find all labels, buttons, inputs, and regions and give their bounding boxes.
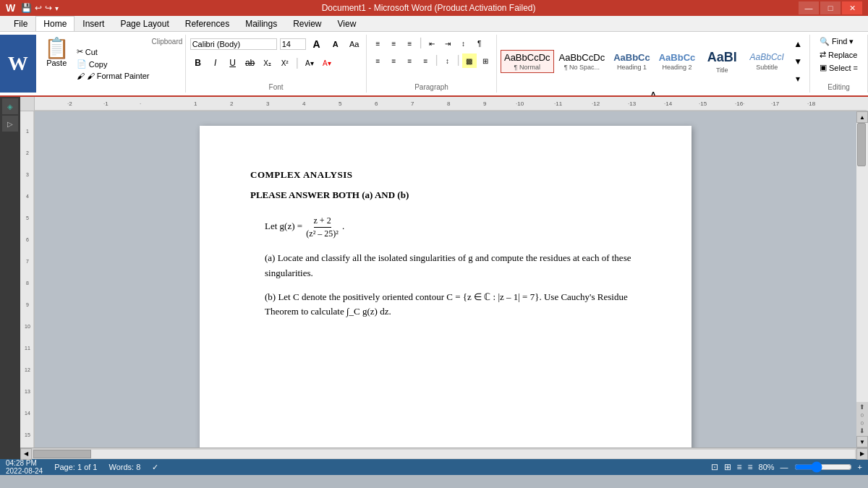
separator-3: | (435, 53, 438, 68)
word-logo-letter: W (8, 52, 28, 75)
word-logo: W (0, 35, 36, 93)
view-outline-button[interactable]: ≡ (748, 462, 753, 472)
hscroll-left-arrow[interactable]: ◀ (20, 448, 32, 460)
status-bar: 04:28 PM 2022-08-24 Page: 1 of 1 Words: … (0, 459, 868, 475)
change-styles-button[interactable]: A Change Styles ▾ (635, 87, 671, 97)
highlight-button[interactable]: A▾ (302, 55, 318, 71)
maximize-button[interactable]: □ (820, 1, 841, 14)
style-no-spacing[interactable]: AaBbCcDc ¶ No Spac... (556, 50, 609, 74)
justify-button[interactable]: ≡ (418, 53, 433, 68)
style-subtitle-preview: AaBbCcI (750, 52, 784, 64)
tab-page-layout[interactable]: Page Layout (112, 16, 176, 31)
style-heading1[interactable]: AaBbCc Heading 1 (610, 50, 654, 74)
style-heading2-preview: AaBbCc (659, 52, 696, 64)
scrollbar-thumb[interactable] (857, 123, 866, 166)
superscript-button[interactable]: X² (277, 55, 293, 71)
clear-format-button[interactable]: Aa (346, 36, 362, 52)
svg-text:9: 9 (483, 100, 487, 107)
format-painter-button[interactable]: 🖌 🖌 Format Painter (75, 71, 152, 81)
decrease-indent-button[interactable]: ⇤ (425, 36, 439, 51)
scroll-top-button[interactable]: ⬆ (859, 403, 865, 411)
quick-undo[interactable]: ↩ (35, 3, 42, 13)
scrollbar-down-arrow[interactable]: ▼ (856, 436, 868, 448)
style-no-spacing-label: ¶ No Spac... (564, 64, 600, 71)
hscroll-thumb[interactable] (33, 450, 91, 458)
quick-redo[interactable]: ↪ (45, 3, 52, 13)
underline-button[interactable]: U (225, 55, 241, 71)
panel-icon-2[interactable]: ▷ (2, 116, 18, 132)
style-title[interactable]: AaBI Title (700, 47, 744, 75)
find-button[interactable]: 🔍 Find ▾ (817, 36, 856, 47)
font-format-row: B I U ab X₂ X² | A▾ A▾ (190, 55, 335, 71)
document-scroll[interactable]: COMPLEX ANALYSIS PLEASE ANSWER BOTH (a) … (35, 111, 856, 448)
strikethrough-button[interactable]: ab (242, 55, 258, 71)
font-shrink-button[interactable]: A (328, 36, 344, 52)
tab-view[interactable]: View (330, 16, 365, 31)
svg-text:6: 6 (26, 237, 29, 242)
close-button[interactable]: ✕ (842, 1, 862, 14)
zoom-slider[interactable] (794, 461, 852, 473)
svg-text:4: 4 (26, 194, 29, 199)
status-page: Page: 1 of 1 (54, 463, 97, 471)
quick-save[interactable]: 💾 (21, 3, 32, 13)
show-marks-button[interactable]: ¶ (472, 36, 487, 51)
tab-references[interactable]: References (177, 16, 237, 31)
cut-button[interactable]: ✂ Cut (75, 46, 152, 57)
list-numbers-button[interactable]: ≡ (386, 36, 401, 51)
styles-scroll-up[interactable]: ▲ (790, 36, 806, 52)
shading-button[interactable]: ▩ (462, 53, 477, 68)
italic-button[interactable]: I (208, 55, 224, 71)
align-left-button[interactable]: ≡ (370, 53, 385, 68)
minimize-button[interactable]: — (799, 1, 819, 14)
svg-text:·: · (140, 100, 141, 107)
font-name-input[interactable] (190, 38, 277, 50)
panel-icon-1[interactable]: ◈ (2, 98, 18, 114)
style-heading2[interactable]: AaBbCc Heading 2 (655, 50, 699, 74)
tab-review[interactable]: Review (285, 16, 329, 31)
center-area: ·2 ·1 · 1 2 3 4 5 6 7 8 9 ·10 ·11 ·12 ·1… (20, 97, 868, 459)
hscroll-track[interactable] (33, 450, 855, 458)
paste-button[interactable]: 📋 Paste (39, 36, 75, 91)
window-controls: — □ ✕ (799, 1, 862, 14)
tab-insert[interactable]: Insert (75, 16, 112, 31)
font-size-input[interactable] (280, 38, 306, 50)
tab-home[interactable]: Home (35, 16, 75, 31)
sort-button[interactable]: ↕ (456, 36, 471, 51)
scrollbar-bottom-controls: ⬆ ○ ○ ⬇ (856, 402, 868, 436)
scroll-page-down-button[interactable]: ○ (860, 419, 864, 427)
styles-area: AaBbCcDc ¶ Normal AaBbCcDc ¶ No Spac... … (501, 36, 806, 87)
scrollbar-track[interactable] (856, 123, 868, 402)
svg-text:2: 2 (26, 150, 29, 155)
align-center-button[interactable]: ≡ (386, 53, 401, 68)
replace-button[interactable]: ⇄ Replace (817, 49, 859, 60)
align-right-button[interactable]: ≡ (402, 53, 417, 68)
hscroll-right-arrow[interactable]: ▶ (856, 448, 868, 460)
select-button[interactable]: ▣ Select = (817, 62, 860, 73)
status-spell-check[interactable]: ✓ (152, 463, 158, 472)
view-web-button[interactable]: ≡ (737, 462, 742, 472)
font-color-button[interactable]: A▾ (319, 55, 335, 71)
scrollbar-up-arrow[interactable]: ▲ (856, 111, 868, 123)
view-print-button[interactable]: ⊡ (711, 462, 718, 472)
styles-scroll-down[interactable]: ▼ (790, 53, 806, 69)
line-spacing-button[interactable]: ↕ (441, 53, 455, 68)
tab-mailings[interactable]: Mailings (237, 16, 285, 31)
tab-file[interactable]: File (6, 16, 35, 31)
increase-indent-button[interactable]: ⇥ (441, 36, 455, 51)
zoom-increase-button[interactable]: + (858, 463, 862, 471)
style-normal[interactable]: AaBbCcDc ¶ Normal (501, 50, 554, 74)
svg-text:10: 10 (25, 324, 30, 329)
list-bullets-button[interactable]: ≡ (370, 36, 385, 51)
view-fullscreen-button[interactable]: ⊞ (724, 462, 731, 472)
styles-more[interactable]: ▾ (790, 71, 806, 87)
zoom-decrease-button[interactable]: — (780, 463, 788, 471)
font-grow-button[interactable]: A (309, 36, 325, 52)
subscript-button[interactable]: X₂ (260, 55, 276, 71)
borders-button[interactable]: ⊞ (478, 53, 493, 68)
bold-button[interactable]: B (190, 55, 206, 71)
style-subtitle[interactable]: AaBbCcI Subtitle (745, 50, 788, 73)
copy-button[interactable]: 📄 Copy (75, 59, 152, 69)
scroll-bottom-button[interactable]: ⬇ (859, 427, 865, 435)
scroll-page-up-button[interactable]: ○ (860, 411, 864, 419)
multilevel-list-button[interactable]: ≡ (402, 36, 417, 51)
